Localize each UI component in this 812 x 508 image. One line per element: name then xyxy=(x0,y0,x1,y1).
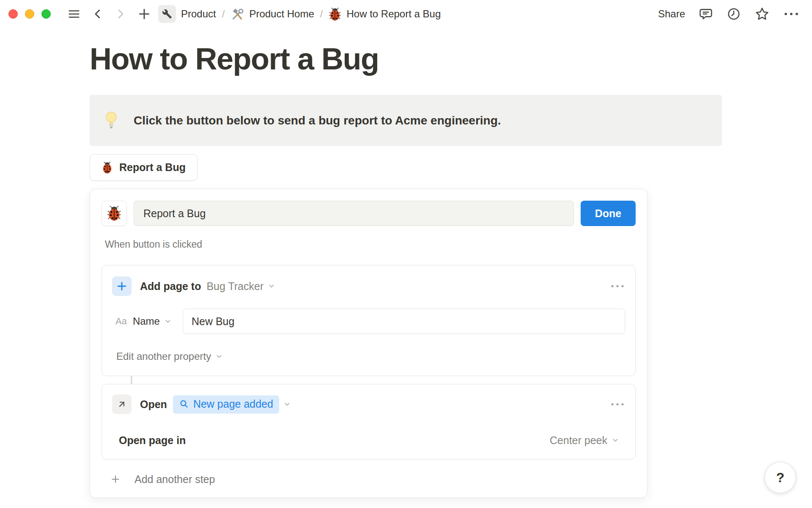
topbar: Product / Product Home / xyxy=(0,0,812,28)
ladybug-icon xyxy=(329,7,341,21)
ladybug-icon xyxy=(107,205,121,221)
hamburger-icon xyxy=(67,8,81,20)
share-button[interactable]: Share xyxy=(658,8,685,20)
clock-icon xyxy=(727,7,741,21)
step-more-options-button[interactable] xyxy=(610,401,625,407)
open-target-label: New page added xyxy=(193,398,273,410)
star-icon xyxy=(754,6,770,22)
chevron-down-icon xyxy=(215,353,223,360)
add-another-step-label: Add another step xyxy=(134,473,215,486)
step-card-open-page: Open New page added xyxy=(102,384,636,459)
open-mode-dropdown[interactable]: Center peek xyxy=(550,434,619,447)
property-value-input[interactable] xyxy=(183,309,625,334)
open-page-in-row: Open page in Center peek xyxy=(112,432,625,449)
close-window-button[interactable] xyxy=(8,9,18,19)
target-database-dropdown[interactable]: Bug Tracker xyxy=(206,280,263,293)
zoom-window-button[interactable] xyxy=(41,9,51,19)
edit-another-property-button[interactable]: Edit another property xyxy=(116,350,625,363)
topbar-actions: Share xyxy=(658,6,799,22)
breadcrumb-product-iconbox[interactable] xyxy=(158,5,176,23)
arrow-up-right-icon xyxy=(116,399,127,410)
open-target-dropdown[interactable]: New page added xyxy=(173,395,279,414)
hammer-wrench-icon xyxy=(230,7,244,21)
breadcrumb-separator: / xyxy=(222,8,225,20)
breadcrumb-item-product-home[interactable]: Product Home xyxy=(249,8,314,20)
step-action-label: Add page to xyxy=(140,280,201,293)
edit-another-property-label: Edit another property xyxy=(116,350,211,363)
callout-block: Click the button below to send a bug rep… xyxy=(90,95,722,146)
ellipsis-icon xyxy=(783,11,799,17)
open-step-iconbox xyxy=(112,395,132,414)
comments-button[interactable] xyxy=(699,7,713,21)
plus-icon xyxy=(137,7,151,21)
ladybug-icon xyxy=(102,161,113,174)
button-name-input[interactable] xyxy=(134,201,574,226)
step-action-label: Open xyxy=(140,398,167,411)
breadcrumb-item-current-page[interactable]: How to Report a Bug xyxy=(346,8,441,20)
callout-text: Click the button below to send a bug rep… xyxy=(134,114,501,127)
back-button[interactable] xyxy=(91,8,104,20)
button-emoji-picker[interactable] xyxy=(102,201,127,226)
nav-group xyxy=(67,7,151,21)
property-name-dropdown[interactable]: Name xyxy=(133,315,160,327)
plus-icon xyxy=(110,474,121,485)
report-bug-button-label: Report a Bug xyxy=(119,161,186,174)
comment-icon xyxy=(699,7,713,21)
light-bulb-icon xyxy=(104,111,118,130)
step-more-options-button[interactable] xyxy=(610,283,625,289)
chevron-down-icon[interactable] xyxy=(283,400,291,408)
editor-header: Done xyxy=(102,201,636,226)
ellipsis-icon xyxy=(610,283,625,289)
button-editor-panel: Done When button is clicked Add page to … xyxy=(90,189,647,498)
traffic-lights xyxy=(8,9,51,19)
step-connector-line xyxy=(131,376,132,384)
open-mode-label: Center peek xyxy=(550,434,607,447)
chevron-right-icon xyxy=(114,8,127,20)
ellipsis-icon xyxy=(610,401,625,407)
minimize-window-button[interactable] xyxy=(25,9,34,19)
page-content: How to Report a Bug Click the button bel… xyxy=(90,28,732,498)
open-page-in-label: Open page in xyxy=(119,434,186,447)
chevron-left-icon xyxy=(91,8,104,20)
new-page-button[interactable] xyxy=(137,7,151,21)
notion-window: Product / Product Home / xyxy=(0,0,812,508)
breadcrumb: Product / Product Home / xyxy=(158,5,441,23)
chevron-down-icon[interactable] xyxy=(164,318,172,325)
search-icon xyxy=(179,399,189,409)
plus-icon xyxy=(116,281,127,292)
report-bug-button-block[interactable]: Report a Bug xyxy=(90,154,198,181)
breadcrumb-separator: / xyxy=(320,8,323,20)
help-button[interactable]: ? xyxy=(765,462,796,493)
favorite-button[interactable] xyxy=(754,6,770,22)
chevron-down-icon xyxy=(612,436,619,444)
more-menu-button[interactable] xyxy=(783,11,799,17)
breadcrumb-item-product[interactable]: Product xyxy=(181,8,216,20)
sidebar-menu-button[interactable] xyxy=(67,8,81,20)
step-head: Add page to Bug Tracker xyxy=(112,276,625,296)
add-page-step-iconbox xyxy=(112,276,132,296)
step-head: Open New page added xyxy=(112,395,625,414)
done-button[interactable]: Done xyxy=(581,201,636,226)
chevron-down-icon[interactable] xyxy=(268,282,275,290)
updates-button[interactable] xyxy=(727,7,741,21)
trigger-label: When button is clicked xyxy=(105,238,636,251)
add-another-step-button[interactable]: Add another step xyxy=(110,472,636,486)
text-property-type-icon: Aa xyxy=(115,316,127,327)
step-card-add-page: Add page to Bug Tracker Aa Name xyxy=(102,265,636,376)
help-button-label: ? xyxy=(776,470,785,486)
property-row-name: Aa Name xyxy=(112,309,625,334)
wrench-icon xyxy=(162,9,172,19)
forward-button[interactable] xyxy=(114,8,127,20)
page-title: How to Report a Bug xyxy=(90,41,732,77)
